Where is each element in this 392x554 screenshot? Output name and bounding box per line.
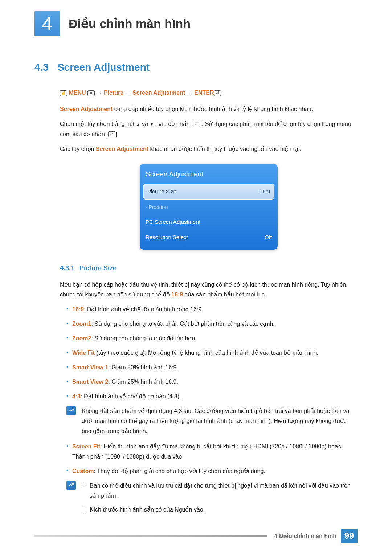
list-item: Zoom2: Sử dụng cho phóng to mức độ lớn h… bbox=[66, 333, 358, 344]
paragraph: Screen Adjustment cung cấp nhiều tùy chọ… bbox=[60, 104, 358, 114]
text: : Thay đổi độ phân giải cho phù hợp với … bbox=[94, 468, 265, 474]
text: và bbox=[140, 121, 150, 127]
text: ]. bbox=[115, 131, 119, 137]
subsection-heading: 4.3.1 Picture Size bbox=[60, 263, 358, 274]
text: Chọn một tùy chọn bằng nút bbox=[60, 121, 136, 127]
term: Smart View 2 bbox=[72, 379, 108, 385]
term: 4:3 bbox=[72, 393, 81, 399]
osd-label: · Position bbox=[146, 202, 168, 212]
text: cung cấp nhiều tùy chọn kích thước hình … bbox=[113, 106, 313, 112]
term: Zoom2 bbox=[72, 335, 91, 341]
list-item: Smart View 2: Giảm 25% hình ảnh 16:9. bbox=[66, 377, 358, 387]
term: Screen Fit bbox=[72, 443, 100, 450]
osd-label: PC Screen Adjustment bbox=[146, 217, 200, 227]
text: của sản phẩm hầu hết mọi lúc. bbox=[183, 291, 266, 297]
subsection-number: 4.3.1 bbox=[60, 263, 74, 274]
text: (tùy theo quốc gia): Mở rộng tỷ lệ khung… bbox=[95, 350, 318, 356]
note-text: Không đặt sản phẩm về định dạng 4:3 lâu.… bbox=[82, 406, 358, 436]
page-footer: 4 Điều chỉnh màn hình 99 bbox=[34, 529, 358, 543]
osd-value: Off bbox=[265, 233, 272, 242]
list-item: Wide Fit (tùy theo quốc gia): Mở rộng tỷ… bbox=[66, 348, 358, 358]
note-block: Bạn có thể điều chỉnh và lưu trữ cài đặt… bbox=[66, 481, 358, 518]
text: : Sử dụng cho phóng to vừa phải. Cắt bớt… bbox=[91, 321, 274, 327]
enter-icon bbox=[214, 90, 221, 96]
term: 16:9 bbox=[171, 291, 183, 297]
term: Smart View 1 bbox=[72, 364, 108, 370]
text: Các tùy chọn bbox=[60, 146, 96, 152]
section-heading: 4.3 Screen Adjustment bbox=[34, 62, 358, 73]
bullet-list: Screen Fit: Hiển thị hình ảnh đầy đủ mà … bbox=[60, 442, 358, 476]
osd-label: Resolution Select bbox=[146, 233, 188, 242]
sub-list: Bạn có thể điều chỉnh và lưu trữ cài đặt… bbox=[82, 481, 358, 515]
list-item: 4:3: Đặt hình ảnh về chế độ cơ bản (4:3)… bbox=[66, 391, 358, 402]
list-item: Kích thước hình ảnh sẵn có của Nguồn vào… bbox=[82, 505, 358, 515]
text: khác nhau được hiển thị tùy thuộc vào ng… bbox=[148, 146, 301, 152]
text: : Giảm 25% hình ảnh 16:9. bbox=[108, 379, 178, 385]
footer-bar bbox=[34, 535, 267, 537]
bullet-list: 16:9: Đặt hình ảnh về chế độ màn hình rộ… bbox=[60, 304, 358, 402]
list-item: Smart View 1: Giảm 50% hình ảnh 16:9. bbox=[66, 362, 358, 373]
arrow-icon: → bbox=[187, 90, 193, 96]
note-icon bbox=[66, 406, 76, 415]
list-item: Zoom1: Sử dụng cho phóng to vừa phải. Cắ… bbox=[66, 319, 358, 329]
paragraph: Chọn một tùy chọn bằng nút ▲ và ▼, sau đ… bbox=[60, 119, 358, 139]
list-item: Screen Fit: Hiển thị hình ảnh đầy đủ mà … bbox=[66, 442, 358, 462]
up-arrow-icon: ▲ bbox=[136, 122, 140, 127]
term: Screen Adjustment bbox=[96, 146, 148, 152]
menu-path: MENU → Picture → Screen Adjustment → ENT… bbox=[60, 88, 358, 98]
osd-row-picture-size[interactable]: Picture Size 16:9 bbox=[143, 184, 274, 200]
text: : Sử dụng cho phóng to mức độ lớn hơn. bbox=[91, 335, 196, 341]
osd-title: Screen Adjustment bbox=[140, 164, 278, 184]
nav-enter: ENTER bbox=[194, 90, 214, 96]
osd-row-pc-adjustment[interactable]: PC Screen Adjustment bbox=[140, 214, 278, 230]
nav-picture: Picture bbox=[104, 90, 123, 96]
list-item: Bạn có thể điều chỉnh và lưu trữ cài đặt… bbox=[82, 481, 358, 501]
arrow-icon: → bbox=[96, 90, 102, 96]
osd-label: Picture Size bbox=[147, 187, 176, 196]
chapter-title: Điều chỉnh màn hình bbox=[69, 16, 191, 31]
text: : Hiển thị hình ảnh đầy đủ mà không bị c… bbox=[72, 443, 341, 460]
paragraph: Nếu bạn có hộp cáp hoặc đầu thu vệ tinh,… bbox=[60, 280, 358, 299]
text: , sau đó nhấn [ bbox=[154, 121, 193, 127]
paragraph: Các tùy chọn Screen Adjustment khác nhau… bbox=[60, 144, 358, 154]
term: Screen Adjustment bbox=[60, 106, 113, 112]
hand-icon bbox=[60, 90, 67, 96]
term: Wide Fit bbox=[72, 350, 95, 356]
osd-panel: Screen Adjustment Picture Size 16:9 · Po… bbox=[140, 164, 278, 250]
enter-icon bbox=[193, 122, 200, 127]
osd-row-position[interactable]: · Position bbox=[140, 200, 278, 215]
note-body: Bạn có thể điều chỉnh và lưu trữ cài đặt… bbox=[82, 481, 358, 518]
chapter-number-box: 4 bbox=[34, 11, 60, 36]
term: 16:9 bbox=[72, 306, 84, 312]
note-block: Không đặt sản phẩm về định dạng 4:3 lâu.… bbox=[66, 406, 358, 436]
nav-menu: MENU bbox=[69, 90, 86, 96]
text: : Đặt hình ảnh về chế độ cơ bản (4:3). bbox=[81, 393, 181, 399]
nav-screen-adj: Screen Adjustment bbox=[132, 90, 185, 96]
menu-icon bbox=[87, 90, 95, 96]
page-number: 99 bbox=[341, 529, 358, 543]
term: Custom bbox=[72, 468, 94, 474]
osd-row-resolution-select[interactable]: Resolution Select Off bbox=[140, 230, 278, 245]
down-arrow-icon: ▼ bbox=[150, 122, 154, 127]
text: : Giảm 50% hình ảnh 16:9. bbox=[108, 364, 178, 370]
term: Zoom1 bbox=[72, 321, 91, 327]
enter-icon bbox=[108, 131, 115, 137]
section-number: 4.3 bbox=[34, 62, 49, 73]
list-item: Custom: Thay đổi độ phân giải cho phù hợ… bbox=[66, 466, 358, 476]
section-title: Screen Adjustment bbox=[57, 62, 150, 73]
footer-label: 4 Điều chỉnh màn hình bbox=[267, 533, 341, 539]
arrow-icon: → bbox=[125, 90, 131, 96]
text: : Đặt hình ảnh về chế độ màn hình rộng 1… bbox=[84, 306, 203, 312]
subsection-title: Picture Size bbox=[79, 263, 117, 274]
osd-value: 16:9 bbox=[260, 187, 270, 196]
list-item: 16:9: Đặt hình ảnh về chế độ màn hình rộ… bbox=[66, 304, 358, 315]
chapter-header: 4 Điều chỉnh màn hình bbox=[34, 11, 358, 36]
note-icon bbox=[66, 481, 76, 490]
